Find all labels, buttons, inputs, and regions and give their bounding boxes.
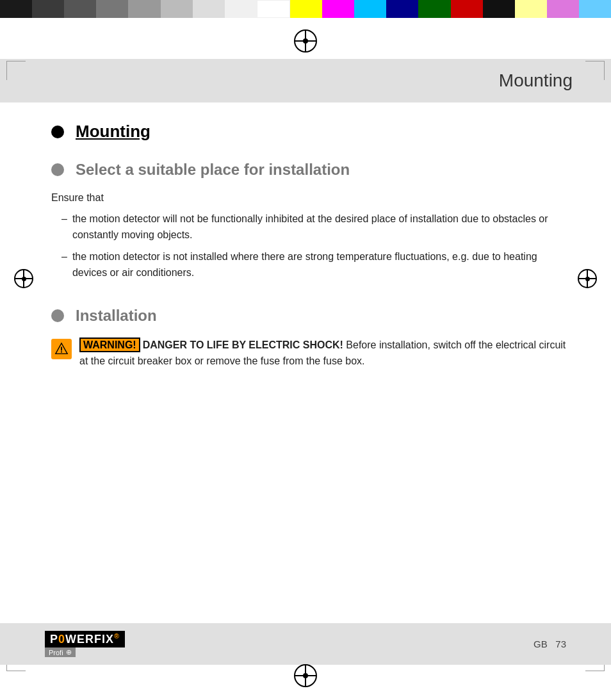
color-seg-9	[257, 0, 290, 18]
color-seg-10	[290, 0, 322, 18]
bottom-reg-mark	[294, 664, 317, 687]
bottom-reg-area	[0, 655, 611, 694]
mounting-heading: Mounting	[76, 122, 151, 142]
color-seg-7	[193, 0, 225, 18]
color-seg-15	[451, 0, 483, 18]
powerfix-brand: P0WERFIX®	[45, 631, 125, 647]
color-seg-3	[64, 0, 96, 18]
installation-bullet	[51, 309, 64, 322]
color-seg-16	[483, 0, 515, 18]
select-place-heading: Select a suitable place for installation	[51, 161, 566, 179]
installation-heading: Installation	[76, 307, 157, 325]
color-seg-8	[225, 0, 257, 18]
list-item-1: – the motion detector will not be functi…	[61, 211, 566, 243]
top-reg-area	[0, 18, 611, 59]
list-section: – the motion detector will not be functi…	[61, 211, 566, 281]
svg-point-0	[61, 351, 62, 352]
powerfix-logo: P0WERFIX® Profi ⊕	[45, 631, 125, 657]
color-seg-2	[32, 0, 64, 18]
list-dash-2: –	[61, 249, 67, 281]
page-info: GB 73	[534, 639, 566, 649]
mounting-bullet	[51, 126, 64, 138]
right-reg-mark	[578, 269, 597, 288]
list-text-2: the motion detector is not installed whe…	[72, 249, 566, 281]
warning-icon	[51, 339, 72, 359]
header-title: Mounting	[499, 70, 573, 91]
select-place-text: Select a suitable place for installation	[76, 161, 350, 179]
brand-highlight: 0	[58, 633, 65, 646]
warning-label: WARNING!	[79, 338, 140, 352]
left-reg-mark	[14, 269, 33, 288]
color-seg-11	[322, 0, 354, 18]
color-bar	[0, 0, 611, 18]
list-text-1: the motion detector will not be function…	[72, 211, 566, 243]
color-seg-13	[386, 0, 418, 18]
page-label: GB	[534, 639, 548, 649]
color-seg-14	[418, 0, 450, 18]
warning-danger-text: DANGER TO LIFE BY ELECTRIC SHOCK!	[143, 339, 343, 350]
ensure-label: Ensure that	[51, 190, 566, 206]
crop-mark-tr	[585, 61, 605, 80]
main-content: Mounting Select a suitable place for ins…	[0, 102, 611, 382]
select-place-bullet	[51, 163, 64, 176]
header-band: Mounting	[0, 59, 611, 102]
list-item-2: – the motion detector is not installed w…	[61, 249, 566, 281]
color-seg-18	[547, 0, 579, 18]
warning-block: WARNING!DANGER TO LIFE BY ELECTRIC SHOCK…	[51, 338, 566, 370]
color-seg-17	[515, 0, 547, 18]
warning-text: WARNING!DANGER TO LIFE BY ELECTRIC SHOCK…	[79, 338, 566, 370]
color-seg-4	[96, 0, 128, 18]
color-seg-6	[161, 0, 193, 18]
color-seg-1	[0, 0, 32, 18]
color-seg-12	[354, 0, 386, 18]
crop-mark-tl	[6, 61, 26, 80]
page-number: 73	[555, 639, 566, 649]
top-reg-mark	[294, 29, 317, 53]
installation-section-heading: Installation	[51, 307, 566, 325]
list-dash-1: –	[61, 211, 67, 243]
color-seg-19	[579, 0, 611, 18]
color-seg-5	[128, 0, 160, 18]
mounting-section-heading: Mounting	[51, 122, 566, 142]
